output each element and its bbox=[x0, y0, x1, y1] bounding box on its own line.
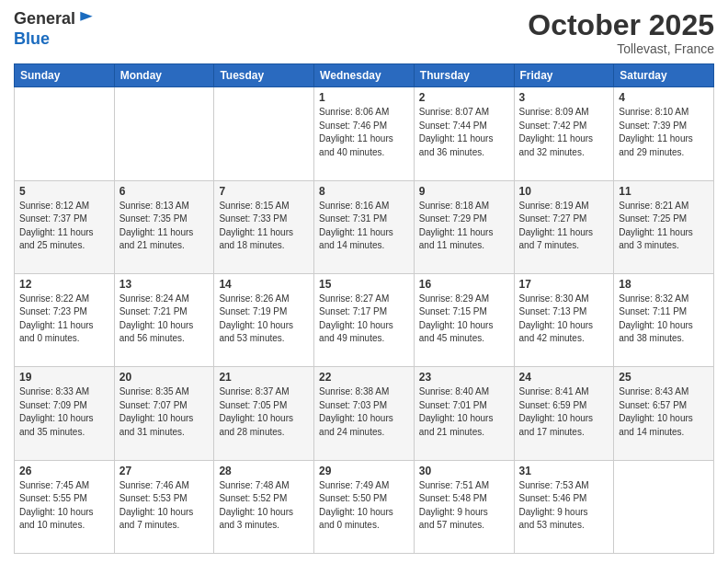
day-number: 28 bbox=[219, 465, 309, 477]
calendar-day-cell bbox=[15, 87, 115, 180]
day-number: 23 bbox=[419, 371, 509, 384]
day-number: 21 bbox=[219, 371, 309, 384]
day-number: 30 bbox=[419, 465, 509, 477]
day-info: Sunrise: 8:09 AM Sunset: 7:42 PM Dayligh… bbox=[519, 106, 609, 159]
day-info: Sunrise: 8:27 AM Sunset: 7:17 PM Dayligh… bbox=[319, 293, 409, 346]
calendar-day-cell: 23Sunrise: 8:40 AM Sunset: 7:01 PM Dayli… bbox=[414, 367, 514, 460]
calendar-day-cell: 7Sunrise: 8:15 AM Sunset: 7:33 PM Daylig… bbox=[214, 180, 314, 273]
calendar-day-cell: 4Sunrise: 8:10 AM Sunset: 7:39 PM Daylig… bbox=[614, 87, 714, 180]
title-block: October 2025 Tollevast, France bbox=[528, 9, 714, 56]
calendar-day-cell: 3Sunrise: 8:09 AM Sunset: 7:42 PM Daylig… bbox=[514, 87, 614, 180]
day-info: Sunrise: 7:45 AM Sunset: 5:55 PM Dayligh… bbox=[19, 479, 109, 533]
day-of-week-header: Thursday bbox=[414, 64, 514, 87]
day-info: Sunrise: 8:32 AM Sunset: 7:11 PM Dayligh… bbox=[619, 293, 709, 346]
calendar-day-cell: 28Sunrise: 7:48 AM Sunset: 5:52 PM Dayli… bbox=[214, 460, 314, 553]
day-number: 31 bbox=[519, 465, 609, 477]
day-number: 17 bbox=[519, 278, 609, 291]
day-number: 16 bbox=[419, 278, 509, 291]
day-info: Sunrise: 8:40 AM Sunset: 7:01 PM Dayligh… bbox=[419, 385, 509, 439]
day-number: 8 bbox=[319, 185, 409, 198]
calendar-week-row: 26Sunrise: 7:45 AM Sunset: 5:55 PM Dayli… bbox=[15, 460, 714, 553]
day-info: Sunrise: 8:30 AM Sunset: 7:13 PM Dayligh… bbox=[519, 293, 609, 346]
calendar-day-cell: 5Sunrise: 8:12 AM Sunset: 7:37 PM Daylig… bbox=[15, 180, 115, 273]
location: Tollevast, France bbox=[528, 41, 714, 56]
day-number: 26 bbox=[19, 465, 109, 477]
calendar-day-cell: 9Sunrise: 8:18 AM Sunset: 7:29 PM Daylig… bbox=[414, 180, 514, 273]
calendar-day-cell: 25Sunrise: 8:43 AM Sunset: 6:57 PM Dayli… bbox=[614, 367, 714, 460]
day-of-week-header: Tuesday bbox=[214, 64, 314, 87]
day-number: 18 bbox=[619, 278, 709, 291]
calendar-day-cell: 22Sunrise: 8:38 AM Sunset: 7:03 PM Dayli… bbox=[314, 367, 415, 460]
calendar-day-cell: 14Sunrise: 8:26 AM Sunset: 7:19 PM Dayli… bbox=[214, 273, 314, 366]
day-number: 27 bbox=[119, 465, 210, 477]
calendar-week-row: 12Sunrise: 8:22 AM Sunset: 7:23 PM Dayli… bbox=[15, 273, 714, 366]
day-number: 20 bbox=[119, 371, 210, 384]
calendar-day-cell: 8Sunrise: 8:16 AM Sunset: 7:31 PM Daylig… bbox=[314, 180, 415, 273]
day-number: 1 bbox=[319, 91, 409, 104]
day-info: Sunrise: 8:35 AM Sunset: 7:07 PM Dayligh… bbox=[119, 385, 210, 439]
day-number: 11 bbox=[619, 185, 709, 198]
calendar-day-cell: 12Sunrise: 8:22 AM Sunset: 7:23 PM Dayli… bbox=[15, 273, 115, 366]
month-title: October 2025 bbox=[528, 9, 714, 41]
day-number: 9 bbox=[419, 185, 509, 198]
day-of-week-header: Sunday bbox=[15, 64, 115, 87]
day-number: 29 bbox=[319, 465, 409, 477]
day-info: Sunrise: 8:19 AM Sunset: 7:27 PM Dayligh… bbox=[519, 200, 609, 253]
calendar-day-cell: 17Sunrise: 8:30 AM Sunset: 7:13 PM Dayli… bbox=[514, 273, 614, 366]
day-number: 2 bbox=[419, 91, 509, 104]
calendar-day-cell: 13Sunrise: 8:24 AM Sunset: 7:21 PM Dayli… bbox=[114, 273, 214, 366]
day-info: Sunrise: 8:13 AM Sunset: 7:35 PM Dayligh… bbox=[119, 200, 210, 253]
day-number: 25 bbox=[619, 371, 709, 384]
calendar-day-cell: 19Sunrise: 8:33 AM Sunset: 7:09 PM Dayli… bbox=[15, 367, 115, 460]
day-info: Sunrise: 8:22 AM Sunset: 7:23 PM Dayligh… bbox=[19, 293, 109, 346]
day-number: 12 bbox=[19, 278, 109, 291]
logo-blue: Blue bbox=[14, 29, 96, 50]
calendar-week-row: 1Sunrise: 8:06 AM Sunset: 7:46 PM Daylig… bbox=[15, 87, 714, 180]
day-info: Sunrise: 8:10 AM Sunset: 7:39 PM Dayligh… bbox=[619, 106, 709, 159]
calendar-day-cell: 24Sunrise: 8:41 AM Sunset: 6:59 PM Dayli… bbox=[514, 367, 614, 460]
day-info: Sunrise: 7:48 AM Sunset: 5:52 PM Dayligh… bbox=[219, 479, 309, 533]
day-info: Sunrise: 7:49 AM Sunset: 5:50 PM Dayligh… bbox=[319, 479, 409, 533]
calendar-day-cell bbox=[114, 87, 214, 180]
calendar-day-cell: 2Sunrise: 8:07 AM Sunset: 7:44 PM Daylig… bbox=[414, 87, 514, 180]
calendar-day-cell: 1Sunrise: 8:06 AM Sunset: 7:46 PM Daylig… bbox=[314, 87, 415, 180]
day-number: 3 bbox=[519, 91, 609, 104]
calendar-day-cell: 11Sunrise: 8:21 AM Sunset: 7:25 PM Dayli… bbox=[614, 180, 714, 273]
calendar-day-cell: 20Sunrise: 8:35 AM Sunset: 7:07 PM Dayli… bbox=[114, 367, 214, 460]
calendar-day-cell: 21Sunrise: 8:37 AM Sunset: 7:05 PM Dayli… bbox=[214, 367, 314, 460]
calendar-table: SundayMondayTuesdayWednesdayThursdayFrid… bbox=[14, 63, 714, 554]
day-number: 5 bbox=[19, 185, 109, 198]
page: General Blue October 2025 Tollevast, Fra… bbox=[0, 0, 728, 563]
day-info: Sunrise: 8:26 AM Sunset: 7:19 PM Dayligh… bbox=[219, 293, 309, 346]
svg-marker-0 bbox=[80, 11, 92, 20]
day-info: Sunrise: 8:07 AM Sunset: 7:44 PM Dayligh… bbox=[419, 106, 509, 159]
day-info: Sunrise: 8:06 AM Sunset: 7:46 PM Dayligh… bbox=[319, 106, 409, 159]
day-of-week-header: Saturday bbox=[614, 64, 714, 87]
calendar-week-row: 19Sunrise: 8:33 AM Sunset: 7:09 PM Dayli… bbox=[15, 367, 714, 460]
day-number: 14 bbox=[219, 278, 309, 291]
day-of-week-header: Monday bbox=[114, 64, 214, 87]
day-number: 22 bbox=[319, 371, 409, 384]
day-info: Sunrise: 8:21 AM Sunset: 7:25 PM Dayligh… bbox=[619, 200, 709, 253]
calendar-day-cell: 6Sunrise: 8:13 AM Sunset: 7:35 PM Daylig… bbox=[114, 180, 214, 273]
day-info: Sunrise: 8:12 AM Sunset: 7:37 PM Dayligh… bbox=[19, 200, 109, 253]
day-number: 24 bbox=[519, 371, 609, 384]
header: General Blue October 2025 Tollevast, Fra… bbox=[14, 9, 714, 56]
day-info: Sunrise: 8:33 AM Sunset: 7:09 PM Dayligh… bbox=[19, 385, 109, 439]
day-number: 15 bbox=[319, 278, 409, 291]
day-info: Sunrise: 8:29 AM Sunset: 7:15 PM Dayligh… bbox=[419, 293, 509, 346]
day-info: Sunrise: 7:46 AM Sunset: 5:53 PM Dayligh… bbox=[119, 479, 210, 533]
calendar-day-cell: 15Sunrise: 8:27 AM Sunset: 7:17 PM Dayli… bbox=[314, 273, 415, 366]
day-info: Sunrise: 8:18 AM Sunset: 7:29 PM Dayligh… bbox=[419, 200, 509, 253]
logo-general: General bbox=[14, 9, 75, 29]
logo: General Blue bbox=[14, 9, 96, 49]
day-info: Sunrise: 7:51 AM Sunset: 5:48 PM Dayligh… bbox=[419, 479, 509, 533]
calendar-day-cell: 31Sunrise: 7:53 AM Sunset: 5:46 PM Dayli… bbox=[514, 460, 614, 553]
calendar-day-cell: 27Sunrise: 7:46 AM Sunset: 5:53 PM Dayli… bbox=[114, 460, 214, 553]
day-info: Sunrise: 8:37 AM Sunset: 7:05 PM Dayligh… bbox=[219, 385, 309, 439]
day-number: 10 bbox=[519, 185, 609, 198]
calendar-day-cell: 16Sunrise: 8:29 AM Sunset: 7:15 PM Dayli… bbox=[414, 273, 514, 366]
day-of-week-header: Wednesday bbox=[314, 64, 415, 87]
day-info: Sunrise: 8:41 AM Sunset: 6:59 PM Dayligh… bbox=[519, 385, 609, 439]
day-number: 7 bbox=[219, 185, 309, 198]
